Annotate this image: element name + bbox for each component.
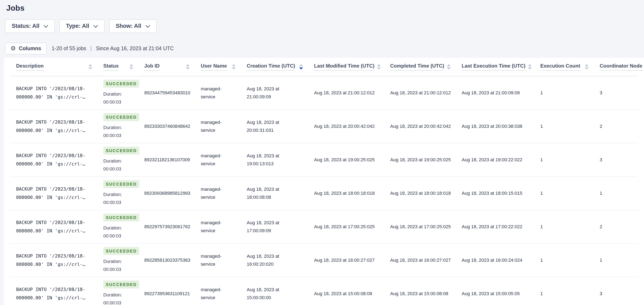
table-row[interactable]: BACKUP INTO '/2023/08/18- 000000.00' IN … [10, 243, 638, 277]
column-header-execution-count: Execution Count [534, 58, 594, 76]
column-header-coordinator-node: Coordinator Node [594, 58, 638, 76]
cell-last-modified-time: Aug 18, 2023 at 15:00:08:08 [308, 277, 384, 305]
cell-coordinator-node: 2 [594, 210, 638, 243]
filter-dropdown-type[interactable]: Type: All [60, 19, 104, 33]
job-duration: Duration: 00:00:03 [103, 124, 134, 140]
column-header-description: Description [10, 58, 97, 76]
chevron-down-icon [44, 23, 48, 29]
chevron-down-icon [146, 23, 150, 29]
sort-desc-icon [299, 67, 303, 70]
sort-control[interactable] [88, 64, 92, 70]
table-row[interactable]: BACKUP INTO '/2023/08/18- 000000.00' IN … [10, 110, 638, 143]
cell-last-modified-time: Aug 18, 2023 at 18:00:18:018 [308, 177, 384, 210]
status-badge: SUCCEEDED [103, 180, 139, 188]
sort-control[interactable] [585, 64, 588, 70]
since-text: Since Aug 16, 2023 at 21:04 UTC [96, 45, 174, 52]
column-header-label[interactable]: Execution Count [540, 63, 580, 71]
columns-button[interactable]: ⚙ Columns [5, 43, 47, 54]
sort-control[interactable] [528, 64, 532, 70]
column-header-label[interactable]: Status [103, 63, 118, 71]
status-badge: SUCCEEDED [103, 214, 139, 221]
column-header-label[interactable]: Job ID [144, 63, 160, 71]
description-line-1: BACKUP INTO '/2023/08/18- [16, 285, 93, 294]
filter-dropdown-show[interactable]: Show: All [109, 19, 156, 33]
description-line-2: 000000.00' IN 'gs://crl-… [16, 227, 93, 235]
job-duration: Duration: 00:00:03 [103, 90, 134, 106]
description-line-1: BACKUP INTO '/2023/08/18- [16, 85, 93, 93]
column-header-label[interactable]: Last Modified Time (UTC) [314, 63, 374, 71]
filters-bar: Status: All Type: All Show: All [5, 19, 644, 33]
cell-execution-count: 1 [534, 243, 594, 277]
description-line-1: BACKUP INTO '/2023/08/18- [16, 118, 93, 126]
toolbar-separator: | [90, 45, 92, 52]
sort-asc-icon [299, 64, 303, 66]
sort-control[interactable] [447, 64, 450, 70]
job-duration: Duration: 00:00:03 [103, 257, 134, 273]
sort-control[interactable] [232, 64, 236, 70]
sort-control[interactable] [186, 64, 190, 70]
description-line-2: 000000.00' IN 'gs://crl-… [16, 294, 93, 302]
column-header-status: Status [97, 58, 138, 76]
cell-completed-time: Aug 18, 2023 at 15:00:08:08 [384, 277, 456, 305]
cell-creation-time: Aug 18, 2023 at 15:00:00:00 [241, 277, 308, 305]
cell-coordinator-node: 2 [594, 110, 638, 143]
column-header-creation-time: Creation Time (UTC) [241, 58, 308, 76]
cell-last-execution-time: Aug 18, 2023 at 15:00:05:05 [456, 277, 534, 305]
cell-job-id: 892321182136107009 [138, 143, 195, 177]
cell-last-modified-time: Aug 18, 2023 at 17:00:25:025 [308, 210, 384, 243]
sort-control[interactable] [377, 64, 381, 70]
cell-coordinator-node: 1 [594, 177, 638, 210]
description-line-2: 000000.00' IN 'gs://crl-… [16, 193, 93, 202]
cell-execution-count: 1 [534, 177, 594, 210]
sort-control[interactable] [299, 64, 303, 70]
filter-label: Type: All [66, 23, 89, 29]
cell-creation-time: Aug 18, 2023 at 18:00:08:08 [241, 177, 308, 210]
cell-description: BACKUP INTO '/2023/08/18- 000000.00' IN … [10, 243, 97, 277]
table-row[interactable]: BACKUP INTO '/2023/08/18- 000000.00' IN … [10, 177, 638, 210]
table-row[interactable]: BACKUP INTO '/2023/08/18- 000000.00' IN … [10, 210, 638, 243]
cell-status: SUCCEEDED Duration: 00:00:03 [97, 76, 138, 110]
sort-desc-icon [528, 67, 532, 70]
column-header-job-id: Job ID [138, 58, 195, 76]
jobs-table: Description Status Job ID User Name [10, 58, 638, 305]
cell-coordinator-node: 3 [594, 76, 638, 110]
job-duration: Duration: 00:00:03 [103, 191, 134, 206]
status-badge: SUCCEEDED [103, 247, 139, 255]
column-header-label[interactable]: Description [16, 63, 44, 71]
column-header-label[interactable]: Completed Time (UTC) [390, 63, 444, 71]
column-header-label[interactable]: Creation Time (UTC) [247, 63, 295, 71]
filter-dropdown-status[interactable]: Status: All [5, 19, 55, 33]
cell-completed-time: Aug 18, 2023 at 16:00:27:027 [384, 243, 456, 277]
cell-status: SUCCEEDED Duration: 00:00:03 [97, 177, 138, 210]
column-header-label[interactable]: Coordinator Node [600, 63, 642, 71]
cell-user-name: managed-service [195, 243, 241, 277]
cell-description: BACKUP INTO '/2023/08/18- 000000.00' IN … [10, 177, 97, 210]
column-header-label[interactable]: Last Execution Time (UTC) [462, 63, 526, 71]
cell-last-modified-time: Aug 18, 2023 at 20:00:42:042 [308, 110, 384, 143]
sort-control[interactable] [130, 64, 133, 70]
sort-asc-icon [585, 64, 588, 66]
cell-job-id: 892333037460848642 [138, 110, 195, 143]
job-duration: Duration: 00:00:03 [103, 291, 134, 305]
cell-user-name: managed-service [195, 210, 241, 243]
column-header-user-name: User Name [195, 58, 241, 76]
cell-execution-count: 1 [534, 143, 594, 177]
table-row[interactable]: BACKUP INTO '/2023/08/18- 000000.00' IN … [10, 76, 638, 110]
cell-last-execution-time: Aug 18, 2023 at 21:00:09:09 [456, 76, 534, 110]
cell-status: SUCCEEDED Duration: 00:00:03 [97, 210, 138, 243]
sort-asc-icon [377, 64, 381, 66]
cell-status: SUCCEEDED Duration: 00:00:03 [97, 243, 138, 277]
cell-last-execution-time: Aug 18, 2023 at 18:00:15:015 [456, 177, 534, 210]
cell-job-id: 892344759453483010 [138, 76, 195, 110]
cell-user-name: managed-service [195, 110, 241, 143]
cell-last-modified-time: Aug 18, 2023 at 16:00:27:027 [308, 243, 384, 277]
table-row[interactable]: BACKUP INTO '/2023/08/18- 000000.00' IN … [10, 143, 638, 177]
cell-description: BACKUP INTO '/2023/08/18- 000000.00' IN … [10, 143, 97, 177]
cell-completed-time: Aug 18, 2023 at 21:00:12:012 [384, 76, 456, 110]
table-row[interactable]: BACKUP INTO '/2023/08/18- 000000.00' IN … [10, 277, 638, 305]
cell-description: BACKUP INTO '/2023/08/18- 000000.00' IN … [10, 110, 97, 143]
cell-creation-time: Aug 18, 2023 at 20:00:31:031 [241, 110, 308, 143]
sort-asc-icon [447, 64, 450, 66]
jobs-count-text: 1-20 of 55 jobs [52, 45, 86, 52]
column-header-label[interactable]: User Name [201, 63, 227, 71]
